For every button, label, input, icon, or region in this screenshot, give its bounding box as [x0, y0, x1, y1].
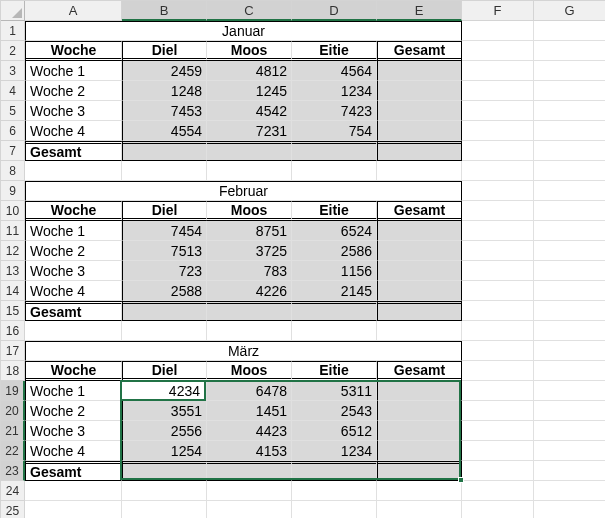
- col-header-E[interactable]: E: [377, 1, 462, 21]
- cell[interactable]: [462, 301, 534, 321]
- data-cell[interactable]: [377, 61, 462, 81]
- cell[interactable]: [534, 21, 605, 41]
- total-cell[interactable]: [292, 301, 377, 321]
- row-header[interactable]: 19: [1, 381, 25, 401]
- cell[interactable]: [534, 181, 605, 201]
- row-header[interactable]: 8: [1, 161, 25, 181]
- total-cell[interactable]: [377, 141, 462, 161]
- row-header[interactable]: 1: [1, 21, 25, 41]
- cell[interactable]: [207, 321, 292, 341]
- cell[interactable]: [462, 461, 534, 481]
- week-label[interactable]: Woche 2: [25, 401, 122, 421]
- header-gesamt[interactable]: Gesamt: [377, 41, 462, 61]
- select-all-corner[interactable]: [1, 1, 25, 21]
- cell[interactable]: [122, 321, 207, 341]
- total-label[interactable]: Gesamt: [25, 301, 122, 321]
- cell[interactable]: [462, 341, 534, 361]
- header-moos[interactable]: Moos: [207, 361, 292, 381]
- cell[interactable]: [292, 501, 377, 518]
- month-title[interactable]: Januar: [25, 21, 462, 41]
- data-cell[interactable]: 1156: [292, 261, 377, 281]
- data-cell[interactable]: 5311: [292, 381, 377, 401]
- data-cell[interactable]: 754: [292, 121, 377, 141]
- data-cell[interactable]: 783: [207, 261, 292, 281]
- cell[interactable]: [534, 261, 605, 281]
- cell[interactable]: [534, 41, 605, 61]
- cell[interactable]: [534, 441, 605, 461]
- row-header[interactable]: 4: [1, 81, 25, 101]
- cell[interactable]: [292, 321, 377, 341]
- header-woche[interactable]: Woche: [25, 201, 122, 221]
- cell[interactable]: [462, 421, 534, 441]
- data-cell[interactable]: 2543: [292, 401, 377, 421]
- data-cell[interactable]: 1248: [122, 81, 207, 101]
- cell[interactable]: [122, 161, 207, 181]
- total-cell[interactable]: [122, 141, 207, 161]
- cell[interactable]: [534, 101, 605, 121]
- cell[interactable]: [25, 481, 122, 501]
- cell[interactable]: [462, 81, 534, 101]
- row-header[interactable]: 24: [1, 481, 25, 501]
- cell[interactable]: [534, 61, 605, 81]
- month-title[interactable]: Februar: [25, 181, 462, 201]
- week-label[interactable]: Woche 4: [25, 441, 122, 461]
- data-cell[interactable]: 4564: [292, 61, 377, 81]
- total-cell[interactable]: [207, 301, 292, 321]
- data-cell[interactable]: 2145: [292, 281, 377, 301]
- data-cell[interactable]: 3725: [207, 241, 292, 261]
- data-cell[interactable]: 2586: [292, 241, 377, 261]
- data-cell[interactable]: 7423: [292, 101, 377, 121]
- cell[interactable]: [534, 501, 605, 518]
- data-cell[interactable]: 4554: [122, 121, 207, 141]
- row-header[interactable]: 18: [1, 361, 25, 381]
- week-label[interactable]: Woche 2: [25, 241, 122, 261]
- cell[interactable]: [534, 301, 605, 321]
- data-cell[interactable]: 4234: [122, 381, 207, 401]
- cell[interactable]: [534, 241, 605, 261]
- week-label[interactable]: Woche 1: [25, 221, 122, 241]
- header-woche[interactable]: Woche: [25, 41, 122, 61]
- cell[interactable]: [207, 501, 292, 518]
- total-cell[interactable]: [377, 301, 462, 321]
- row-header[interactable]: 25: [1, 501, 25, 518]
- header-moos[interactable]: Moos: [207, 201, 292, 221]
- row-header[interactable]: 7: [1, 141, 25, 161]
- fill-handle[interactable]: [458, 477, 464, 483]
- data-cell[interactable]: [377, 261, 462, 281]
- data-cell[interactable]: 1234: [292, 81, 377, 101]
- cell[interactable]: [462, 261, 534, 281]
- row-header[interactable]: 16: [1, 321, 25, 341]
- cell[interactable]: [462, 501, 534, 518]
- header-eitie[interactable]: Eitie: [292, 361, 377, 381]
- data-cell[interactable]: 4423: [207, 421, 292, 441]
- row-header[interactable]: 10: [1, 201, 25, 221]
- cell[interactable]: [534, 281, 605, 301]
- data-cell[interactable]: [377, 81, 462, 101]
- row-header[interactable]: 21: [1, 421, 25, 441]
- data-cell[interactable]: 6478: [207, 381, 292, 401]
- cell[interactable]: [462, 181, 534, 201]
- row-header[interactable]: 3: [1, 61, 25, 81]
- cell[interactable]: [462, 441, 534, 461]
- month-title[interactable]: März: [25, 341, 462, 361]
- row-header[interactable]: 17: [1, 341, 25, 361]
- cell[interactable]: [462, 141, 534, 161]
- cell[interactable]: [534, 161, 605, 181]
- data-cell[interactable]: 7453: [122, 101, 207, 121]
- spreadsheet-grid[interactable]: A B C D E F G 1 Januar 2 Woche Diel Moos…: [0, 0, 605, 518]
- total-cell[interactable]: [292, 141, 377, 161]
- data-cell[interactable]: 7231: [207, 121, 292, 141]
- cell[interactable]: [122, 481, 207, 501]
- header-eitie[interactable]: Eitie: [292, 41, 377, 61]
- total-cell[interactable]: [122, 461, 207, 481]
- row-header[interactable]: 12: [1, 241, 25, 261]
- cell[interactable]: [377, 321, 462, 341]
- row-header[interactable]: 22: [1, 441, 25, 461]
- header-eitie[interactable]: Eitie: [292, 201, 377, 221]
- cell[interactable]: [462, 101, 534, 121]
- cell[interactable]: [377, 161, 462, 181]
- cell[interactable]: [534, 461, 605, 481]
- col-header-A[interactable]: A: [25, 1, 122, 21]
- data-cell[interactable]: 1451: [207, 401, 292, 421]
- data-cell[interactable]: [377, 221, 462, 241]
